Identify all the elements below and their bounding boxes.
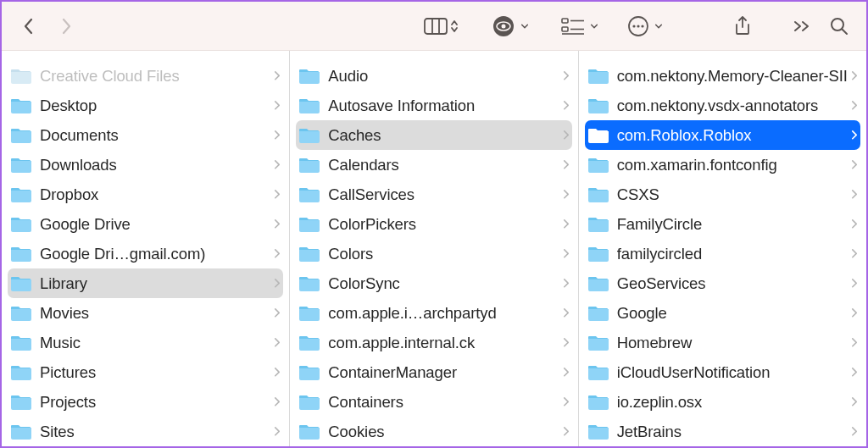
folder-label: Pictures xyxy=(40,363,270,382)
list-item[interactable]: Pictures xyxy=(2,357,289,387)
list-item[interactable]: Homebrew xyxy=(579,328,866,357)
folder-label: Caches xyxy=(328,126,559,145)
svg-point-12 xyxy=(632,25,635,27)
folder-label: Music xyxy=(40,334,270,352)
svg-rect-0 xyxy=(425,19,447,34)
folder-label: CallServices xyxy=(328,185,559,204)
list-item[interactable]: CSXS xyxy=(579,180,866,209)
list-item[interactable]: ColorSync xyxy=(290,268,577,298)
folder-label: com.apple.internal.ck xyxy=(328,334,559,352)
folder-label: Creative Cloud Files xyxy=(40,67,270,86)
folder-label: Autosave Information xyxy=(328,97,559,115)
list-item[interactable]: familycircled xyxy=(579,239,866,268)
folder-label: ContainerManager xyxy=(328,363,559,382)
list-item[interactable]: Library xyxy=(8,268,283,298)
list-item[interactable]: com.apple.i…archpartyd xyxy=(290,298,577,328)
svg-point-14 xyxy=(641,25,643,27)
list-item[interactable]: iCloudUserNotification xyxy=(579,357,866,387)
folder-label: GeoServices xyxy=(617,274,848,293)
folder-label: Downloads xyxy=(40,156,270,174)
list-item[interactable]: Sites xyxy=(2,417,289,446)
forward-button[interactable] xyxy=(51,11,81,41)
list-item[interactable]: Documents xyxy=(2,120,289,150)
group-button[interactable] xyxy=(561,17,598,36)
folder-label: iCloudUserNotification xyxy=(617,363,848,382)
list-item[interactable]: Containers xyxy=(290,387,577,417)
folder-label: com.nektony.Memory-Cleaner-SII xyxy=(617,67,848,86)
folder-label: Audio xyxy=(328,67,559,86)
list-item[interactable]: Projects xyxy=(2,387,289,417)
list-item[interactable]: Music xyxy=(2,328,289,357)
list-item[interactable]: Colors xyxy=(290,239,577,268)
list-item[interactable]: Downloads xyxy=(2,150,289,180)
list-item[interactable]: GeoServices xyxy=(579,268,866,298)
svg-line-16 xyxy=(843,29,848,34)
view-switcher[interactable] xyxy=(424,18,459,35)
list-item[interactable]: Cookies xyxy=(290,417,577,446)
list-item[interactable]: io.zeplin.osx xyxy=(579,387,866,417)
folder-label: Containers xyxy=(328,393,559,412)
share-button[interactable] xyxy=(727,11,758,41)
folder-label: Documents xyxy=(40,126,270,145)
preview-button[interactable] xyxy=(492,14,529,38)
list-item[interactable]: FamilyCircle xyxy=(579,209,866,239)
list-item[interactable]: ColorPickers xyxy=(290,209,577,239)
list-item[interactable]: Google xyxy=(579,298,866,328)
folder-label: FamilyCircle xyxy=(617,215,848,234)
list-item[interactable]: Google Drive xyxy=(2,209,289,239)
list-item[interactable]: Dropbox xyxy=(2,180,289,209)
back-button[interactable] xyxy=(14,11,44,41)
overflow-button[interactable] xyxy=(787,11,817,41)
folder-label: ColorPickers xyxy=(328,215,559,234)
column-0[interactable]: Creative Cloud FilesDesktopDocumentsDown… xyxy=(2,51,290,446)
folder-label: familycircled xyxy=(617,245,848,263)
list-item[interactable]: ContainerManager xyxy=(290,357,577,387)
folder-label: Calendars xyxy=(328,156,559,174)
folder-label: Google xyxy=(617,304,848,323)
list-item[interactable]: Calendars xyxy=(290,150,577,180)
list-item[interactable]: com.nektony.vsdx-annotators xyxy=(579,91,866,120)
list-item[interactable]: Audio xyxy=(290,61,577,91)
list-item[interactable]: CallServices xyxy=(290,180,577,209)
list-item[interactable]: com.nektony.Memory-Cleaner-SII xyxy=(579,61,866,91)
list-item[interactable]: Google Dri…gmail.com) xyxy=(2,239,289,268)
list-item[interactable]: Desktop xyxy=(2,91,289,120)
more-button[interactable] xyxy=(627,15,663,37)
column-1[interactable]: AudioAutosave InformationCachesCalendars… xyxy=(290,51,578,446)
folder-label: Colors xyxy=(328,245,559,263)
folder-label: Sites xyxy=(40,423,270,441)
svg-point-5 xyxy=(502,24,506,28)
folder-label: io.zeplin.osx xyxy=(617,393,848,412)
folder-label: Movies xyxy=(40,304,270,323)
list-item[interactable]: com.apple.internal.ck xyxy=(290,328,577,357)
svg-rect-8 xyxy=(562,27,568,31)
folder-label: com.nektony.vsdx-annotators xyxy=(617,97,848,115)
finder-window: Creative Cloud FilesDesktopDocumentsDown… xyxy=(0,0,868,448)
search-button[interactable] xyxy=(824,11,854,41)
folder-label: Google Drive xyxy=(40,215,270,234)
list-item[interactable]: com.Roblox.Roblox xyxy=(585,120,860,150)
svg-rect-6 xyxy=(562,19,568,23)
list-item[interactable]: JetBrains xyxy=(579,417,866,446)
list-item[interactable]: Autosave Information xyxy=(290,91,577,120)
list-item[interactable]: Movies xyxy=(2,298,289,328)
folder-label: Google Dri…gmail.com) xyxy=(40,245,270,263)
list-item[interactable]: com.xamarin.fontconfig xyxy=(579,150,866,180)
folder-label: JetBrains xyxy=(617,423,848,441)
list-item[interactable]: Creative Cloud Files xyxy=(2,61,289,91)
column-browser: Creative Cloud FilesDesktopDocumentsDown… xyxy=(2,51,866,446)
list-item[interactable]: Caches xyxy=(296,120,571,150)
folder-label: ColorSync xyxy=(328,274,559,293)
folder-label: com.Roblox.Roblox xyxy=(617,126,848,145)
svg-point-13 xyxy=(637,25,639,27)
folder-label: Desktop xyxy=(40,97,270,115)
toolbar xyxy=(2,2,866,51)
folder-label: Dropbox xyxy=(40,185,270,204)
column-2[interactable]: com.nektony.Memory-Cleaner-SIIcom.nekton… xyxy=(579,51,866,446)
folder-label: Projects xyxy=(40,393,270,412)
folder-label: Homebrew xyxy=(617,334,848,352)
folder-label: CSXS xyxy=(617,185,848,204)
folder-label: com.apple.i…archpartyd xyxy=(328,304,559,323)
folder-label: Cookies xyxy=(328,423,559,441)
folder-label: Library xyxy=(40,274,270,293)
